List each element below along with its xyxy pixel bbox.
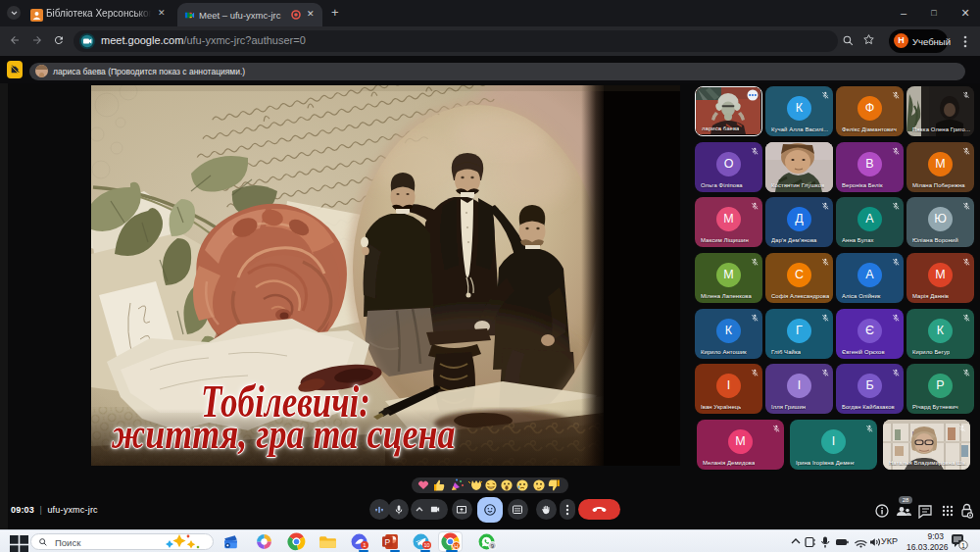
svg-text:1: 1 [961,542,965,549]
svg-text:P: P [385,537,391,547]
